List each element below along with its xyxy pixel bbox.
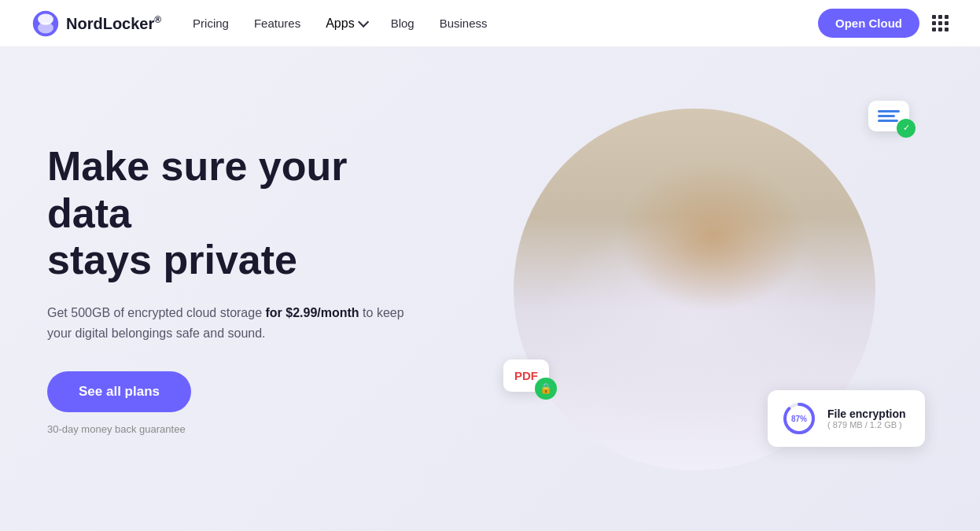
doc-lines-icon: [878, 110, 900, 122]
nordlocker-logo-icon: [31, 9, 60, 38]
header: NordLocker® Pricing Features Apps Blog B…: [0, 0, 980, 47]
document-card: ✓: [868, 101, 909, 131]
chevron-down-icon: [358, 16, 369, 27]
lock-badge-icon: 🔒: [535, 378, 557, 400]
logo[interactable]: NordLocker®: [31, 9, 161, 38]
encrypt-title: File encryption: [827, 407, 906, 420]
money-back-guarantee: 30-day money back guarantee: [47, 423, 425, 435]
svg-point-2: [38, 22, 53, 33]
logo-text: NordLocker®: [66, 14, 161, 33]
see-all-plans-button[interactable]: See all plans: [47, 371, 191, 412]
hero-title: Make sure your data stays private: [47, 143, 425, 284]
encrypt-info: File encryption ( 879 MB / 1.2 GB ): [827, 407, 906, 430]
hero-right: ✓ PDF 🔒 87% File encryption ( 879 MB / 1…: [456, 85, 933, 494]
progress-percent-label: 87%: [791, 414, 807, 422]
pdf-label: PDF: [514, 369, 538, 382]
grid-icon[interactable]: [932, 15, 949, 31]
nav-features[interactable]: Features: [254, 17, 300, 30]
hero-left: Make sure your data stays private Get 50…: [47, 143, 456, 436]
nav-blog[interactable]: Blog: [391, 17, 414, 30]
hero-section: Make sure your data stays private Get 50…: [0, 47, 980, 531]
nav-pricing[interactable]: Pricing: [193, 17, 229, 30]
pdf-card: PDF 🔒: [503, 360, 549, 392]
nav: Pricing Features Apps Blog Business: [193, 17, 818, 31]
progress-circle: 87%: [782, 401, 816, 436]
header-right: Open Cloud: [818, 9, 949, 38]
open-cloud-button[interactable]: Open Cloud: [818, 9, 919, 38]
nav-business[interactable]: Business: [440, 17, 488, 30]
encrypt-subtitle: ( 879 MB / 1.2 GB ): [827, 420, 906, 430]
shield-badge-icon: ✓: [897, 119, 916, 138]
nav-apps[interactable]: Apps: [326, 17, 365, 31]
hero-subtitle: Get 500GB of encrypted cloud storage for…: [47, 303, 425, 343]
file-encryption-card: 87% File encryption ( 879 MB / 1.2 GB ): [768, 390, 925, 447]
